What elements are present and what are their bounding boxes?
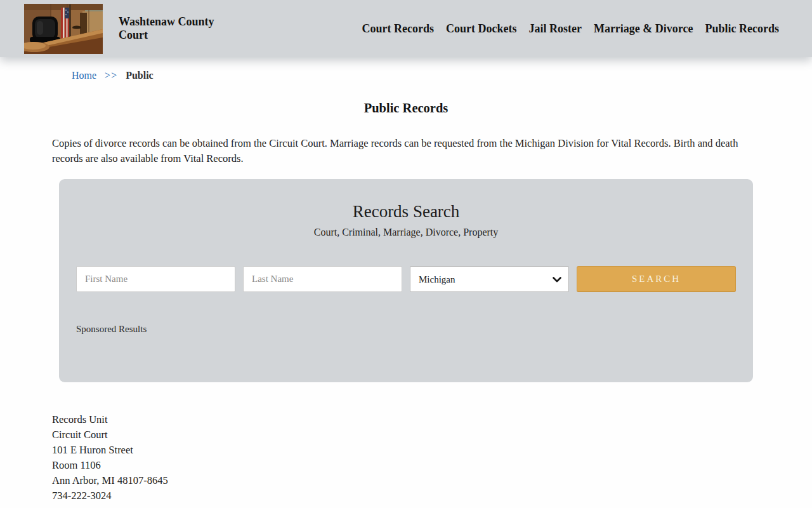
search-form-row: Michigan SEARCH — [76, 266, 736, 292]
site-title[interactable]: Washtenaw County Court — [119, 15, 239, 42]
nav-item-court-records[interactable]: Court Records — [362, 22, 433, 36]
last-name-input[interactable] — [243, 266, 402, 292]
address-line: Records Unit — [52, 412, 760, 427]
page-title: Public Records — [52, 101, 760, 116]
sponsored-results-label: Sponsored Results — [76, 324, 736, 359]
breadcrumb-separator: >> — [105, 70, 117, 81]
nav-item-court-dockets[interactable]: Court Dockets — [446, 22, 516, 36]
address-line: 101 E Huron Street — [52, 443, 760, 458]
courtroom-logo-image[interactable] — [24, 4, 103, 54]
address-line: Room 1106 — [52, 458, 760, 473]
nav-item-public-records[interactable]: Public Records — [705, 22, 780, 36]
breadcrumb-current: Public — [126, 70, 154, 81]
main-content: Home >> Public Public Records Copies of … — [52, 57, 760, 508]
address-phone: 734-222-3024 — [52, 488, 760, 504]
nav-item-jail-roster[interactable]: Jail Roster — [528, 22, 581, 36]
intro-paragraph: Copies of divorce records can be obtaine… — [52, 136, 760, 166]
records-search-title: Records Search — [76, 202, 736, 222]
header: Washtenaw County Court Court Records Cou… — [0, 0, 812, 57]
breadcrumb: Home >> Public — [52, 57, 760, 81]
records-search-subtitle: Court, Criminal, Marriage, Divorce, Prop… — [76, 227, 736, 238]
records-unit-address: Records Unit Circuit Court 101 E Huron S… — [52, 412, 760, 504]
address-line: Circuit Court — [52, 427, 760, 443]
first-name-input[interactable] — [76, 266, 235, 292]
page: Washtenaw County Court Court Records Cou… — [0, 0, 812, 508]
main-nav: Court Records Court Dockets Jail Roster … — [362, 22, 779, 36]
breadcrumb-home-link[interactable]: Home — [72, 70, 96, 81]
address-line: Ann Arbor, MI 48107-8645 — [52, 473, 760, 488]
state-select[interactable]: Michigan — [410, 266, 569, 292]
nav-item-marriage-divorce[interactable]: Marriage & Divorce — [594, 22, 693, 36]
search-button[interactable]: SEARCH — [577, 266, 736, 292]
records-search-panel: Records Search Court, Criminal, Marriage… — [59, 179, 753, 382]
